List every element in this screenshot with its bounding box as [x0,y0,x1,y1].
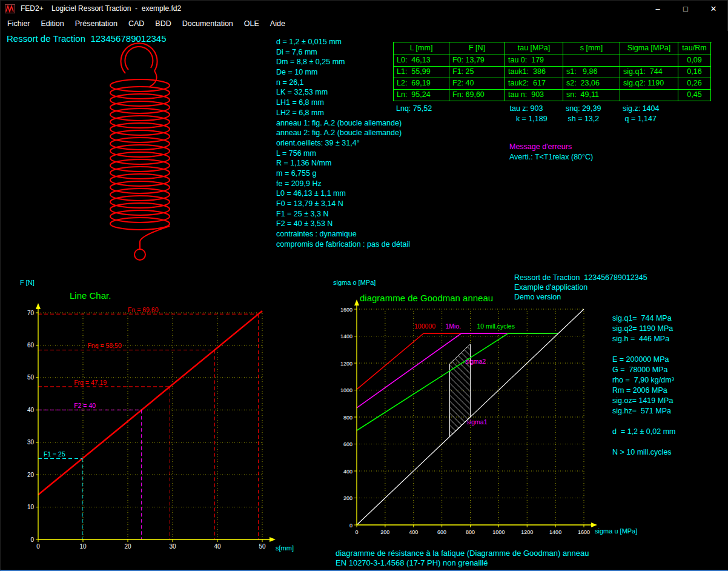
spring-parameter: F2 = 40 ± 3,53 N [276,219,410,229]
svg-text:400: 400 [409,529,418,535]
results-table: L [mm]F [N]tau [MPa]s [mm]Sigma [MPa]tau… [393,42,712,101]
svg-text:0: 0 [36,543,40,550]
menu-item[interactable]: BDD [150,18,176,30]
svg-text:50: 50 [259,543,266,550]
svg-text:F [N]: F [N] [20,279,35,286]
svg-text:sigma u [MPa]: sigma u [MPa] [595,527,637,535]
table-cell: s1: 9,86 [563,67,620,78]
spring-parameter: F1 = 25 ± 3,3 N [276,209,410,219]
svg-text:200: 200 [343,495,352,501]
goodman-value-line: N > 10 mill.cycles [612,447,675,458]
menu-item[interactable]: Aide [265,18,291,30]
close-button[interactable]: ✕ [700,1,727,16]
table-cell: F0: 13,79 [449,55,505,67]
svg-text:diagramme de Goodman anneau: diagramme de Goodman anneau [360,293,493,303]
goodman-value-line: sig.oz= 1419 MPa [612,396,675,406]
goodman-values-panel: sig.q1= 744 MPasig.q2= 1190 MPasig.h = 4… [612,313,675,458]
svg-text:Frq = 47,19: Frq = 47,19 [74,379,107,386]
menu-item[interactable]: OLE [239,18,265,30]
minimize-button[interactable]: – [644,1,672,16]
svg-text:20: 20 [124,543,131,550]
svg-text:1000: 1000 [492,529,505,535]
goodman-value-line: d = 1,2 ± 0,02 mm [612,427,675,437]
spring-parameter: n = 26,1 [276,78,410,88]
table-cell: L0: 46,13 [394,55,449,67]
spring-parameter: R = 1,136 N/mm [276,158,410,169]
maximize-button[interactable]: □ [672,1,700,16]
goodman-value-line: rho = 7,90 kg/dm³ [612,375,675,386]
spring-parameter: fe = 209,9 Hz [276,179,410,189]
goodman-value-line: G = 78000 MPa [612,365,675,375]
spring-parameter: LH1 = 6,8 mm [276,98,410,108]
main-canvas: Ressort de Traction 123456789012345 [1,31,728,570]
results-footer-row-1: Lnq: 75,52 tau z: 903snq: 29,39sig.z: 14… [393,104,711,113]
menu-item[interactable]: Documentation [177,18,239,30]
footer-cell [678,114,710,124]
menu-item[interactable]: Edition [36,18,70,30]
table-cell: tau n: 903 [505,90,563,101]
app-window: FED2+ Logiciel Ressort Traction - exempl… [0,0,728,571]
footer-cell: tau z: 903 [505,104,563,113]
spring-parameter: anneau 2: fig. A.2 (boucle allemande) [276,128,410,138]
spring-parameter: orient.oeillets: 39 ± 31,4° [276,138,410,149]
table-cell: 0,16 [678,67,711,78]
goodman-header-panel: Ressort de Traction 123456789012345Examp… [514,273,647,302]
table-cell: L2: 69,19 [394,78,449,90]
table-cell: tau/Rm [678,42,711,55]
goodman-footer-line-1: diagramme de résistance à la fatique (Di… [336,549,589,558]
goodman-header-line: Example d'application [514,282,647,292]
svg-text:10 mill.cycles: 10 mill.cycles [477,322,514,330]
spring-parameter: Dm = 8,8 ± 0,25 mm [276,57,410,67]
goodman-header-line: Ressort de Traction 123456789012345 [514,273,647,282]
results-footer-row-2: k = 1,189 sh = 13,2 q = 1,147 [393,114,711,124]
table-cell: Sigma [MPa] [620,42,678,55]
svg-text:20: 20 [27,472,35,478]
window-controls: – □ ✕ [644,1,727,16]
menu-item[interactable]: Fichier [2,18,36,30]
footer-cell: k = 1,189 [505,114,563,124]
goodman-chart: 0200400600800100012001400160002004006008… [331,276,646,544]
svg-text:400: 400 [343,469,352,475]
goodman-value-line: sig.h = 446 MPa [612,334,675,344]
svg-text:800: 800 [343,415,352,421]
svg-text:Fnq = 58,50: Fnq = 58,50 [87,342,121,349]
table-cell: F2: 40 [449,78,505,90]
spring-drawing [96,36,187,269]
svg-text:10: 10 [79,543,87,550]
svg-text:800: 800 [466,529,475,535]
spring-parameters-panel: d = 1,2 ± 0,015 mmDi = 7,6 mmDm = 8,8 ± … [276,37,410,249]
error-messages-title: Message d'erreurs [509,142,572,151]
footer-cell: snq: 29,39 [563,104,620,113]
table-cell: sn: 49,11 [563,90,620,101]
goodman-value-line: E = 200000 MPa [612,355,675,365]
footer-cell [449,114,505,124]
svg-text:1400: 1400 [549,529,561,535]
menu-item[interactable]: CAD [123,18,150,30]
spring-parameter: De = 10 mm [276,67,410,78]
titlebar: FED2+ Logiciel Ressort Traction - exempl… [1,1,727,16]
menu-item[interactable]: Présentation [70,18,123,30]
spring-parameter: F0 = 13,79 ± 3,14 N [276,199,410,209]
warning-message: Averti.: T<T1relax (80°C) [509,153,593,161]
table-cell: 0,45 [678,90,711,101]
footer-cell [678,104,710,113]
table-cell: L1: 55,99 [394,67,449,78]
spring-parameter: Di = 7,6 mm [276,47,410,58]
window-title: FED2+ Logiciel Ressort Traction - exempl… [21,4,181,13]
svg-text:10: 10 [27,504,35,510]
spring-parameter: LH2 = 6,8 mm [276,108,410,118]
spring-parameter: L0 = 46,13 ± 1,1 mm [276,189,410,199]
table-header-row: L [mm]F [N]tau [MPa]s [mm]Sigma [MPa]tau… [394,42,712,55]
spring-parameter: LK = 32,53 mm [276,87,410,98]
force-deflection-chart: Fn = 69,60Fnq = 58,50Frq = 47,19F2 = 40F… [12,276,314,554]
svg-text:1200: 1200 [340,361,352,367]
table-cell: F [N] [449,42,505,55]
spring-parameter: d = 1,2 ± 0,015 mm [276,37,410,47]
table-row: L2: 69,19F2: 40tauk2: 617s2: 23,06sig.q2… [394,78,712,90]
goodman-value-line [612,437,675,447]
footer-cell [393,114,449,124]
table-cell [563,55,620,67]
table-cell: sig.q2: 1190 [620,78,678,90]
svg-text:0: 0 [355,529,358,535]
table-cell: Fn: 69,60 [449,90,505,101]
